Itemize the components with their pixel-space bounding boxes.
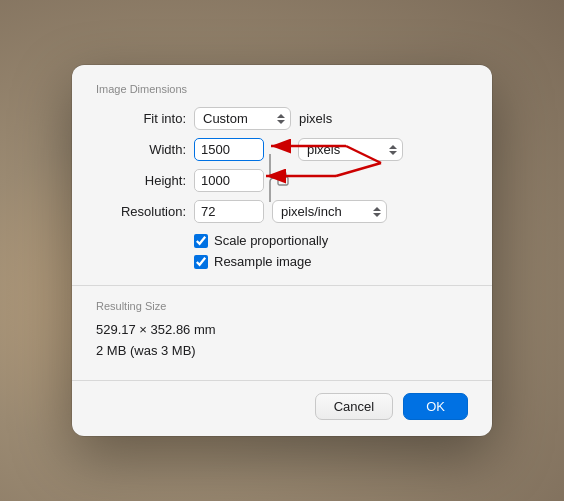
resample-image-label: Resample image — [214, 254, 312, 269]
width-input[interactable] — [194, 138, 264, 161]
scale-proportionally-row: Scale proportionally — [194, 233, 468, 248]
scale-proportionally-checkbox[interactable] — [194, 234, 208, 248]
image-dimensions-section: Image Dimensions Fit into: Custom Letter… — [72, 65, 492, 285]
pixels-per-inch-wrapper: pixels/inch pixels/cm — [272, 200, 387, 223]
ok-button[interactable]: OK — [403, 393, 468, 420]
resolution-row: Resolution: pixels/inch pixels/cm — [96, 200, 468, 223]
width-row: Width: pix — [96, 138, 468, 161]
cancel-button[interactable]: Cancel — [315, 393, 393, 420]
pixels-label-fit: pixels — [299, 111, 332, 126]
checkboxes-area: Scale proportionally Resample image — [194, 233, 468, 269]
resulting-size-file: 2 MB (was 3 MB) — [96, 343, 468, 358]
fit-into-select[interactable]: Custom Letter A4 640×480 800×600 1024×76… — [194, 107, 291, 130]
height-row: Height: — [96, 169, 468, 192]
resample-image-row: Resample image — [194, 254, 468, 269]
image-dimensions-dialog: Image Dimensions Fit into: Custom Letter… — [72, 65, 492, 436]
fit-into-select-wrapper: Custom Letter A4 640×480 800×600 1024×76… — [194, 107, 291, 130]
wh-resolution-container: Width: pix — [96, 138, 468, 223]
resolution-label: Resolution: — [96, 204, 186, 219]
image-dimensions-title: Image Dimensions — [96, 83, 468, 95]
height-input[interactable] — [194, 169, 264, 192]
resulting-size-section: Resulting Size 529.17 × 352.86 mm 2 MB (… — [72, 286, 492, 380]
resample-image-checkbox[interactable] — [194, 255, 208, 269]
height-label: Height: — [96, 173, 186, 188]
fit-into-label: Fit into: — [96, 111, 186, 126]
fit-into-row: Fit into: Custom Letter A4 640×480 800×6… — [96, 107, 468, 130]
resolution-input[interactable] — [194, 200, 264, 223]
scale-proportionally-label: Scale proportionally — [214, 233, 328, 248]
pixels-unit-wrapper: pixels cm mm inches — [298, 138, 403, 161]
footer: Cancel OK — [72, 381, 492, 436]
resulting-size-dimensions: 529.17 × 352.86 mm — [96, 322, 468, 337]
width-label: Width: — [96, 142, 186, 157]
pixels-per-inch-select[interactable]: pixels/inch pixels/cm — [272, 200, 387, 223]
pixels-unit-select[interactable]: pixels cm mm inches — [298, 138, 403, 161]
resulting-size-title: Resulting Size — [96, 300, 468, 312]
